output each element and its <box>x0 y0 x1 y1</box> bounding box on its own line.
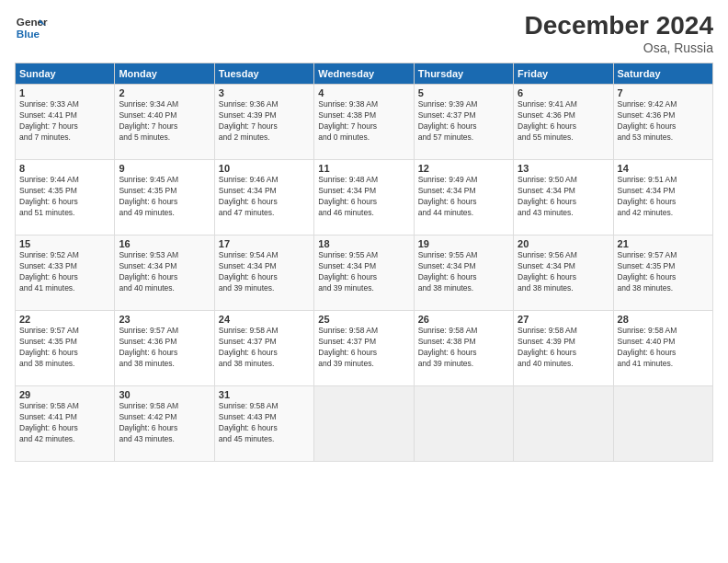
day-info: Sunrise: 9:57 AM Sunset: 4:35 PM Dayligh… <box>19 326 110 370</box>
day-info: Sunrise: 9:36 AM Sunset: 4:39 PM Dayligh… <box>219 99 310 144</box>
col-header-monday: Monday <box>115 63 214 85</box>
day-info: Sunrise: 9:58 AM Sunset: 4:37 PM Dayligh… <box>219 326 310 370</box>
day-cell: 23Sunrise: 9:57 AM Sunset: 4:36 PM Dayli… <box>115 311 214 386</box>
day-info: Sunrise: 9:53 AM Sunset: 4:34 PM Dayligh… <box>119 250 210 294</box>
day-number: 3 <box>219 87 310 98</box>
day-number: 23 <box>119 314 210 325</box>
day-number: 12 <box>418 163 509 174</box>
week-row-4: 22Sunrise: 9:57 AM Sunset: 4:35 PM Dayli… <box>16 311 713 386</box>
day-cell: 11Sunrise: 9:48 AM Sunset: 4:34 PM Dayli… <box>314 160 414 236</box>
day-number: 2 <box>119 87 210 98</box>
day-cell: 26Sunrise: 9:58 AM Sunset: 4:38 PM Dayli… <box>414 311 513 386</box>
calendar-table: SundayMondayTuesdayWednesdayThursdayFrid… <box>15 63 713 462</box>
day-cell: 9Sunrise: 9:45 AM Sunset: 4:35 PM Daylig… <box>115 160 214 236</box>
day-cell: 6Sunrise: 9:41 AM Sunset: 4:36 PM Daylig… <box>514 85 613 160</box>
day-number: 17 <box>219 238 310 249</box>
day-number: 5 <box>418 87 509 98</box>
day-info: Sunrise: 9:52 AM Sunset: 4:33 PM Dayligh… <box>19 250 110 294</box>
calendar-container: General Blue December 2024 Osa, Russia S… <box>0 0 728 469</box>
day-info: Sunrise: 9:34 AM Sunset: 4:40 PM Dayligh… <box>119 99 210 144</box>
day-info: Sunrise: 9:45 AM Sunset: 4:35 PM Dayligh… <box>119 175 210 219</box>
day-number: 26 <box>418 314 509 325</box>
day-info: Sunrise: 9:42 AM Sunset: 4:36 PM Dayligh… <box>618 99 709 144</box>
day-number: 4 <box>318 87 409 98</box>
col-header-sunday: Sunday <box>16 63 115 85</box>
day-info: Sunrise: 9:39 AM Sunset: 4:37 PM Dayligh… <box>418 99 509 144</box>
day-cell: 5Sunrise: 9:39 AM Sunset: 4:37 PM Daylig… <box>414 85 513 160</box>
day-info: Sunrise: 9:54 AM Sunset: 4:34 PM Dayligh… <box>219 250 310 294</box>
day-number: 31 <box>219 389 310 400</box>
day-cell <box>514 386 613 462</box>
header: General Blue December 2024 Osa, Russia <box>15 11 713 55</box>
day-info: Sunrise: 9:58 AM Sunset: 4:40 PM Dayligh… <box>618 326 709 370</box>
day-cell: 12Sunrise: 9:49 AM Sunset: 4:34 PM Dayli… <box>414 160 513 236</box>
week-row-1: 1Sunrise: 9:33 AM Sunset: 4:41 PM Daylig… <box>16 85 713 160</box>
day-cell: 10Sunrise: 9:46 AM Sunset: 4:34 PM Dayli… <box>214 160 313 236</box>
day-cell: 29Sunrise: 9:58 AM Sunset: 4:41 PM Dayli… <box>16 386 115 462</box>
month-title: December 2024 <box>525 11 713 40</box>
title-block: December 2024 Osa, Russia <box>525 11 713 55</box>
svg-text:General: General <box>17 16 48 28</box>
day-cell: 15Sunrise: 9:52 AM Sunset: 4:33 PM Dayli… <box>16 236 115 311</box>
day-info: Sunrise: 9:50 AM Sunset: 4:34 PM Dayligh… <box>518 175 609 219</box>
day-number: 13 <box>518 163 609 174</box>
day-info: Sunrise: 9:44 AM Sunset: 4:35 PM Dayligh… <box>19 175 110 219</box>
day-info: Sunrise: 9:46 AM Sunset: 4:34 PM Dayligh… <box>219 175 310 219</box>
day-cell: 24Sunrise: 9:58 AM Sunset: 4:37 PM Dayli… <box>214 311 313 386</box>
day-cell: 22Sunrise: 9:57 AM Sunset: 4:35 PM Dayli… <box>16 311 115 386</box>
day-number: 6 <box>518 87 609 98</box>
day-number: 29 <box>19 389 110 400</box>
day-cell: 14Sunrise: 9:51 AM Sunset: 4:34 PM Dayli… <box>613 160 712 236</box>
day-info: Sunrise: 9:51 AM Sunset: 4:34 PM Dayligh… <box>618 175 709 219</box>
day-number: 11 <box>318 163 409 174</box>
week-row-2: 8Sunrise: 9:44 AM Sunset: 4:35 PM Daylig… <box>16 160 713 236</box>
col-header-thursday: Thursday <box>414 63 513 85</box>
day-number: 28 <box>618 314 709 325</box>
col-header-wednesday: Wednesday <box>314 63 414 85</box>
day-number: 24 <box>219 314 310 325</box>
day-cell: 8Sunrise: 9:44 AM Sunset: 4:35 PM Daylig… <box>16 160 115 236</box>
svg-text:Blue: Blue <box>17 28 40 40</box>
day-cell <box>414 386 513 462</box>
day-number: 10 <box>219 163 310 174</box>
logo-icon: General Blue <box>15 11 48 44</box>
day-info: Sunrise: 9:58 AM Sunset: 4:42 PM Dayligh… <box>119 401 210 445</box>
day-cell: 25Sunrise: 9:58 AM Sunset: 4:37 PM Dayli… <box>314 311 414 386</box>
day-info: Sunrise: 9:58 AM Sunset: 4:39 PM Dayligh… <box>518 326 609 370</box>
col-header-saturday: Saturday <box>613 63 712 85</box>
day-info: Sunrise: 9:58 AM Sunset: 4:43 PM Dayligh… <box>219 401 310 445</box>
day-info: Sunrise: 9:48 AM Sunset: 4:34 PM Dayligh… <box>318 175 409 219</box>
day-cell: 27Sunrise: 9:58 AM Sunset: 4:39 PM Dayli… <box>514 311 613 386</box>
day-cell: 3Sunrise: 9:36 AM Sunset: 4:39 PM Daylig… <box>214 85 313 160</box>
day-info: Sunrise: 9:38 AM Sunset: 4:38 PM Dayligh… <box>318 99 409 144</box>
day-cell <box>613 386 712 462</box>
day-cell: 31Sunrise: 9:58 AM Sunset: 4:43 PM Dayli… <box>214 386 313 462</box>
day-info: Sunrise: 9:57 AM Sunset: 4:35 PM Dayligh… <box>618 250 709 294</box>
col-header-friday: Friday <box>514 63 613 85</box>
day-number: 15 <box>19 238 110 249</box>
day-number: 14 <box>618 163 709 174</box>
day-info: Sunrise: 9:55 AM Sunset: 4:34 PM Dayligh… <box>418 250 509 294</box>
day-number: 16 <box>119 238 210 249</box>
day-cell: 13Sunrise: 9:50 AM Sunset: 4:34 PM Dayli… <box>514 160 613 236</box>
day-cell: 4Sunrise: 9:38 AM Sunset: 4:38 PM Daylig… <box>314 85 414 160</box>
day-cell <box>314 386 414 462</box>
day-info: Sunrise: 9:49 AM Sunset: 4:34 PM Dayligh… <box>418 175 509 219</box>
day-cell: 30Sunrise: 9:58 AM Sunset: 4:42 PM Dayli… <box>115 386 214 462</box>
logo: General Blue <box>15 11 48 44</box>
day-info: Sunrise: 9:58 AM Sunset: 4:37 PM Dayligh… <box>318 326 409 370</box>
day-number: 30 <box>119 389 210 400</box>
day-cell: 2Sunrise: 9:34 AM Sunset: 4:40 PM Daylig… <box>115 85 214 160</box>
day-number: 19 <box>418 238 509 249</box>
day-cell: 17Sunrise: 9:54 AM Sunset: 4:34 PM Dayli… <box>214 236 313 311</box>
day-cell: 7Sunrise: 9:42 AM Sunset: 4:36 PM Daylig… <box>613 85 712 160</box>
day-number: 27 <box>518 314 609 325</box>
col-header-tuesday: Tuesday <box>214 63 313 85</box>
day-number: 18 <box>318 238 409 249</box>
day-info: Sunrise: 9:56 AM Sunset: 4:34 PM Dayligh… <box>518 250 609 294</box>
subtitle: Osa, Russia <box>525 40 713 55</box>
day-info: Sunrise: 9:55 AM Sunset: 4:34 PM Dayligh… <box>318 250 409 294</box>
day-cell: 16Sunrise: 9:53 AM Sunset: 4:34 PM Dayli… <box>115 236 214 311</box>
day-number: 20 <box>518 238 609 249</box>
day-number: 8 <box>19 163 110 174</box>
